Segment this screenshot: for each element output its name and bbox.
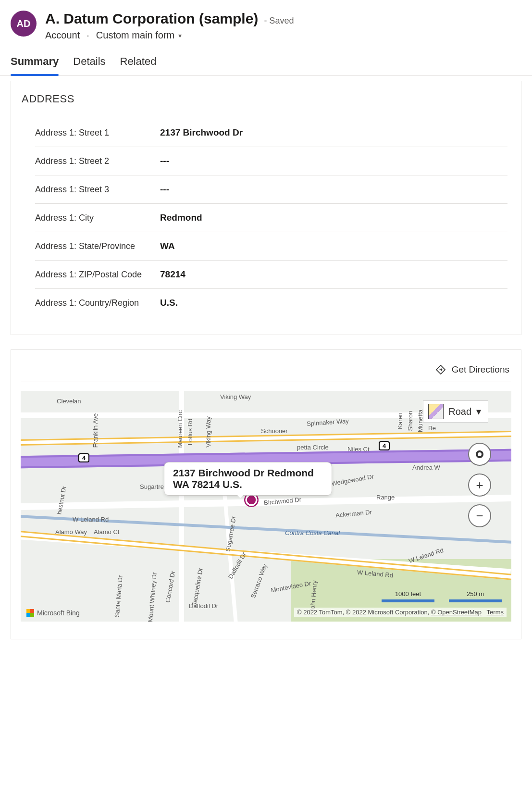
map-label: Concord Dr	[164, 570, 176, 603]
caret-down-icon: ▾	[476, 406, 481, 417]
field-value[interactable]: Redmond	[160, 212, 202, 223]
tab-related[interactable]: Related	[120, 52, 157, 75]
field-label: Address 1: Street 3	[35, 185, 160, 195]
field-value[interactable]: WA	[160, 241, 175, 251]
field-label: Address 1: Street 2	[35, 156, 160, 166]
field-label: Address 1: Street 1	[35, 128, 160, 138]
map-label: Alamo Way	[55, 528, 87, 536]
attrib-text: © 2022 TomTom, © 2022 Microsoft Corporat…	[297, 609, 431, 616]
avatar: AD	[11, 11, 37, 37]
map-label: Niles Ct	[347, 446, 370, 453]
map-label: Santa Maria Dr	[113, 575, 124, 617]
field-value[interactable]: U.S.	[160, 298, 178, 308]
section-title-address: ADDRESS	[22, 93, 511, 105]
map-type-label: Road	[448, 406, 471, 417]
map-attribution: © 2022 TomTom, © 2022 Microsoft Corporat…	[294, 608, 507, 617]
route-shield: 4	[379, 441, 390, 450]
tab-bar: Summary Details Related	[0, 48, 532, 76]
field-row[interactable]: Address 1: State/ProvinceWA	[35, 232, 507, 261]
entity-type: Account	[45, 30, 80, 41]
form-selector-label: Custom main form	[96, 30, 174, 41]
directions-icon	[435, 364, 446, 375]
field-row[interactable]: Address 1: Street 3---	[35, 175, 507, 204]
field-label: Address 1: State/Province	[35, 241, 160, 251]
separator-dot: ·	[87, 30, 89, 41]
map-label: W Leland Rd	[73, 516, 109, 523]
scale-feet: 1000 feet	[395, 590, 421, 598]
map-label: Franklin Ave	[92, 413, 99, 448]
form-selector[interactable]: Custom main form ▾	[96, 30, 182, 41]
map[interactable]: 4 4 Viking Way Schooner Spinnaker Way pe…	[21, 391, 511, 622]
get-directions-link[interactable]: Get Directions	[452, 364, 509, 375]
address-card: ADDRESS Address 1: Street 12137 Birchwoo…	[11, 81, 521, 335]
map-label: Range	[376, 494, 395, 501]
bing-logo: Microsoft Bing	[26, 609, 80, 617]
tab-summary[interactable]: Summary	[11, 52, 59, 75]
saved-badge: - Saved	[264, 16, 294, 26]
field-value[interactable]: ---	[160, 184, 169, 195]
field-value[interactable]: 2137 Birchwood Dr	[160, 127, 243, 138]
map-label: Wedgewood Dr	[331, 473, 374, 487]
scale-meters: 250 m	[467, 590, 484, 598]
map-label: Serrano Way	[249, 563, 269, 599]
map-scalebar: 1000 feet 250 m	[382, 590, 502, 602]
zoom-out-button[interactable]: −	[468, 504, 491, 527]
field-row[interactable]: Address 1: Country/RegionU.S.	[35, 289, 507, 317]
field-value[interactable]: ---	[160, 156, 169, 166]
field-row[interactable]: Address 1: CityRedmond	[35, 204, 507, 232]
map-label: Loftus Rd	[186, 419, 194, 446]
microsoft-logo-icon	[26, 609, 34, 617]
map-label: Karen	[396, 412, 404, 429]
map-label: Viking Way	[220, 393, 251, 400]
map-label: Contra Costa Canal	[285, 529, 340, 536]
map-label: Spinnaker Way	[307, 417, 349, 427]
map-label: Daffodil Dr	[189, 602, 218, 610]
map-card: Get Directions 4 4 Viking Way Schooner S…	[11, 349, 521, 639]
map-label: hestnut Dr	[55, 486, 67, 515]
locate-button[interactable]	[468, 443, 491, 466]
field-label: Address 1: Country/Region	[35, 298, 160, 308]
map-label: Maureen Circ	[176, 410, 184, 448]
map-callout[interactable]: 2137 Birchwood Dr Redmond WA 78214 U.S.	[164, 462, 332, 496]
map-label: Andrea W	[412, 464, 440, 471]
map-label: Sharon	[407, 411, 414, 431]
record-header: AD A. Datum Corporation (sample) - Saved…	[0, 0, 532, 48]
route-shield: 4	[78, 453, 89, 462]
bing-text: Microsoft Bing	[37, 609, 80, 617]
map-label: petta Circle	[297, 444, 329, 451]
osm-link[interactable]: © OpenStreetMap	[431, 609, 482, 616]
map-type-selector[interactable]: Road ▾	[423, 400, 488, 423]
map-label: Clevelan	[57, 398, 81, 405]
map-label: Sugartree	[140, 483, 167, 490]
terms-link[interactable]: Terms	[487, 609, 504, 616]
map-label: Jacqueline Dr	[190, 567, 204, 606]
field-row[interactable]: Address 1: Street 12137 Birchwood Dr	[35, 119, 507, 147]
zoom-in-button[interactable]: +	[468, 474, 491, 497]
map-label: Be	[428, 424, 436, 432]
map-label: Alamo Ct	[94, 528, 119, 536]
field-row[interactable]: Address 1: Street 2---	[35, 147, 507, 175]
field-value[interactable]: 78214	[160, 269, 186, 280]
map-label: Ackerman Dr	[335, 509, 372, 519]
field-label: Address 1: ZIP/Postal Code	[35, 270, 160, 280]
map-type-thumb-icon	[428, 404, 444, 419]
chevron-down-icon: ▾	[178, 32, 182, 39]
field-row[interactable]: Address 1: ZIP/Postal Code78214	[35, 261, 507, 289]
locate-icon	[476, 450, 483, 458]
tab-details[interactable]: Details	[73, 52, 105, 75]
record-title: A. Datum Corporation (sample)	[45, 11, 258, 27]
map-label: Viking Way	[205, 416, 212, 447]
map-label: Schooner	[261, 427, 288, 435]
field-label: Address 1: City	[35, 213, 160, 223]
map-label: Mount Whitney Dr	[147, 572, 158, 622]
